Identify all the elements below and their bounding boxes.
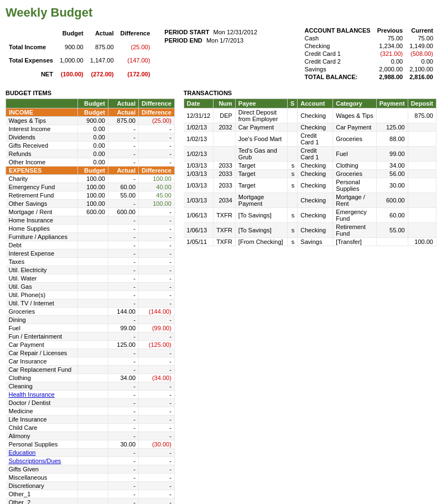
savings-previous: 2,000.00 [374,65,406,73]
expense-row-budget [78,233,108,241]
trans-category: Fuel [333,147,377,162]
total-balance-current: 2,816.00 [406,73,436,81]
trans-account: Checking [298,108,333,123]
income-budget-header: Budget [78,108,108,117]
budget-expense-row: Gifts Given-- [6,465,175,474]
trans-account: Savings [298,238,333,246]
expense-row-diff: - [139,258,175,266]
trans-deposit [408,223,436,238]
expense-row-diff: (125.00) [139,341,175,349]
budget-expense-row: Debt-- [6,241,175,250]
trans-payee: [To Savings] [235,223,287,238]
expenses-header: EXPENSES [6,167,78,175]
trans-row: 12/31/12 DEP Direct Deposit from Employe… [184,108,436,123]
income-row-label: Wages & Tips [6,117,78,125]
budget-expense-row: Alimony-- [6,432,175,440]
expense-row-budget [78,225,108,233]
trans-account: Checking [298,223,333,238]
budget-expense-row: Util. Water-- [6,274,175,283]
expense-row-actual: - [108,457,139,465]
balance-table: ACCOUNT BALANCES Previous Current Cash 7… [301,27,436,81]
expense-row-actual: - [108,482,139,490]
expense-row-label: Miscellaneous [6,474,78,482]
trans-category: [Transfer] [333,238,377,246]
trans-account: Checking [298,170,333,178]
expense-row-budget [78,308,108,316]
period-section: PERIOD START Mon 12/31/2012 PERIOD END M… [164,27,257,81]
expense-row-actual: 34.00 [108,374,139,382]
net-diff: (172.00) [117,67,154,81]
expense-row-budget [78,349,108,357]
expense-row-budget [78,341,108,349]
expense-row-diff: 100.00 [139,200,175,208]
trans-payment: 34.00 [376,162,408,170]
expense-row-diff: - [139,266,175,274]
expense-row-actual: 30.00 [108,440,139,449]
expense-row-budget [78,424,108,432]
trans-account: Checking [298,208,333,223]
expense-row-budget [78,291,108,299]
expense-row-diff: - [139,283,175,291]
expense-row-actual: 99.00 [108,324,139,332]
trans-header-payment: Payment [376,99,408,108]
cc1-previous: (321.00) [374,50,406,58]
expense-row-label: Discretionary [6,482,78,490]
net-budget: (100.00) [56,67,87,81]
budget-expense-row: Fuel99.00(99.00) [6,324,175,332]
budget-expense-row: Retirement Fund100.0055.0045.00 [6,191,175,200]
expense-row-diff: - [139,250,175,258]
cc2-previous: 0.00 [374,58,406,65]
expense-row-actual: 60.00 [108,183,139,191]
expense-row-budget [78,216,108,225]
expense-row-diff: - [139,424,175,432]
budget-income-row: Gifts Received0.00-- [6,142,175,150]
trans-date: 12/31/12 [184,108,213,123]
budget-income-row: Other Income0.00-- [6,158,175,167]
trans-row: 1/03/13 2034 Mortgage Payment Checking M… [184,193,436,208]
trans-row: 1/05/11 TXFR [From Checking] s Savings [… [184,238,436,246]
trans-num: 2034 [214,193,236,208]
expense-row-diff: - [139,299,175,308]
budget-col-actual: Actual [108,99,139,108]
expense-row-diff: - [139,316,175,324]
income-row-diff: - [139,133,175,142]
expense-row-diff: - [139,432,175,440]
total-expenses-diff: (147.00) [117,54,154,67]
trans-s: s [287,162,297,170]
income-row-diff: - [139,158,175,167]
expense-row-budget [78,258,108,266]
income-row-actual: 875.00 [108,117,139,125]
expense-row-diff: - [139,449,175,457]
trans-account: Checking [298,123,333,132]
income-row-budget: 0.00 [78,158,108,167]
trans-payment: 125.00 [376,123,408,132]
income-actual-header: Actual [108,108,139,117]
expense-row-label: Retirement Fund [6,191,78,200]
expense-row-label: Util. Water [6,274,78,283]
expense-row-label: Gifts Given [6,465,78,474]
net-actual: (272.00) [87,67,117,81]
expense-row-label: Health Insurance [6,391,78,399]
income-row-diff: - [139,125,175,133]
total-expenses-actual: 1,147.00 [87,54,117,67]
period-start-value: Mon 12/31/2012 [213,29,257,35]
budget-expense-row: Life Insurance-- [6,415,175,424]
period-end-label: PERIOD END [164,37,202,44]
expense-row-actual: - [108,332,139,341]
trans-row: 1/06/13 TXFR [To Savings] s Checking Eme… [184,208,436,223]
trans-payee: Target [235,178,287,193]
expense-row-label: Util. TV / Internet [6,299,78,308]
summary-diff-header: Difference [117,27,154,40]
trans-s [287,123,297,132]
trans-payment [376,108,408,123]
budget-expense-row: Clothing34.00(34.00) [6,374,175,382]
expense-row-actual: - [108,407,139,415]
expense-row-budget [78,482,108,490]
expense-row-budget [78,391,108,399]
trans-category: Mortgage / Rent [333,193,377,208]
budget-income-row: Wages & Tips900.00875.00(25.00) [6,117,175,125]
expense-row-label: Other_2 [6,498,78,505]
expense-row-actual: - [108,175,139,183]
expense-row-label: Taxes [6,258,78,266]
expense-row-budget [78,299,108,308]
